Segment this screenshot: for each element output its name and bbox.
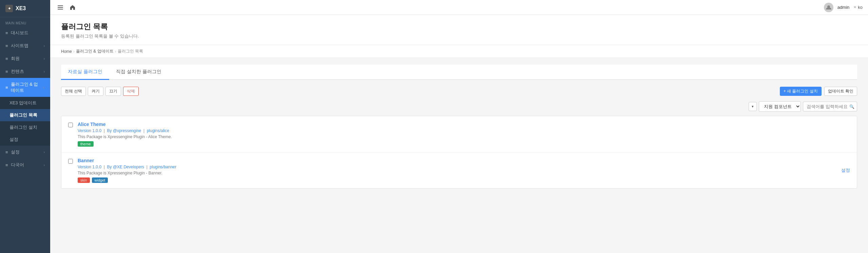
- sidebar-sub-item-settings-sub[interactable]: 설정: [0, 133, 50, 146]
- search-wrapper: 🔍: [803, 102, 857, 111]
- page-title: 플러그인 목록: [61, 22, 857, 32]
- breadcrumb: Home › 플러그인 & 업데이트 › 플러그인 목록: [50, 45, 868, 58]
- plugin-by-label-banner: By: [107, 165, 112, 169]
- plugin-author-banner[interactable]: @XE Developers: [113, 165, 144, 169]
- search-icon: 🔍: [849, 104, 854, 109]
- page-subtitle: 등록된 플러그인 목록을 볼 수 있습니다.: [61, 33, 857, 39]
- plugins-sub-menu: XE3 업데이트 플러그인 목록 플러그인 설치 설정: [0, 97, 50, 146]
- toolbar-left: 전체 선택 켜기 끄기 삭제: [61, 87, 139, 96]
- content-area: 플러그인 목록 등록된 플러그인 목록을 볼 수 있습니다. Home › 플러…: [50, 15, 868, 253]
- contents-icon: ≡: [5, 69, 8, 74]
- search-input[interactable]: [803, 102, 857, 111]
- toolbar-right: + 새 플러그인 설치 업데이트 확인: [780, 87, 857, 96]
- sidebar-item-label: 설정: [11, 149, 20, 155]
- plugin-action-banner[interactable]: 설정: [841, 167, 850, 173]
- chevron-right-icon: ›: [44, 70, 45, 73]
- app-logo-icon: ✦: [5, 5, 13, 12]
- topbar-left: [56, 3, 77, 12]
- dashboard-icon: ≡: [5, 30, 8, 36]
- plugin-tags-banner: skin widget: [78, 177, 850, 183]
- plugin-item-alice-theme: Alice Theme Version 1.0.0 | By @xpressen…: [61, 116, 857, 152]
- plugin-version-alice-theme: Version 1.0.0: [78, 128, 101, 133]
- avatar: [824, 3, 833, 12]
- tab-marketplace-label: 자료실 플러그인: [68, 69, 102, 74]
- sidebar-sub-item-plugin-list[interactable]: 플러그인 목록: [0, 109, 50, 121]
- enable-button[interactable]: 켜기: [88, 87, 103, 96]
- plugin-author-alice-theme[interactable]: @xpressengine: [113, 128, 141, 133]
- plugin-path-banner: plugins/banner: [150, 165, 177, 169]
- breadcrumb-plugins[interactable]: 플러그인 & 업데이트: [76, 48, 114, 54]
- sidebar-item-label: 사이트맵: [11, 43, 28, 49]
- plugin-item-banner: Banner Version 1.0.0 | By @XE Developers…: [61, 152, 857, 188]
- plugin-desc-alice-theme: This Package is Xpressengine Plugin - Al…: [78, 134, 850, 139]
- page-header: 플러그인 목록 등록된 플러그인 목록을 볼 수 있습니다.: [50, 15, 868, 45]
- main-menu-label: MAIN MENU: [0, 17, 50, 26]
- sidebar-item-sitemap[interactable]: ≡ 사이트맵 ›: [0, 39, 50, 52]
- plugin-tags-alice-theme: theme: [78, 141, 850, 147]
- xe3-update-label: XE3 업데이트: [9, 100, 37, 106]
- lang-x-icon[interactable]: ✕: [853, 5, 856, 9]
- sidebar-item-label: 회원: [11, 56, 20, 62]
- plugin-checkbox-banner[interactable]: [68, 159, 73, 164]
- component-type-select[interactable]: 지원 컴포넌트: [759, 101, 801, 112]
- settings-icon: ≡: [5, 150, 8, 155]
- topbar: admin ✕ ko: [50, 0, 868, 15]
- plugin-info-alice-theme: Alice Theme Version 1.0.0 | By @xpressen…: [78, 122, 850, 147]
- sidebar-item-label: 플러그인 & 업데이트: [11, 81, 40, 93]
- topbar-right: admin ✕ ko: [824, 3, 863, 12]
- sidebar-item-label: 대시보드: [11, 30, 28, 36]
- plugin-install-label: 플러그인 설치: [9, 124, 37, 130]
- plugin-list: Alice Theme Version 1.0.0 | By @xpressen…: [61, 116, 857, 189]
- svg-rect-1: [58, 7, 63, 8]
- lang-badge: ✕ ko: [853, 5, 863, 10]
- breadcrumb-sep-1: ›: [73, 49, 75, 54]
- chevron-right-icon: ›: [44, 150, 45, 154]
- plugin-desc-banner: This Package is Xpressengine Plugin - Ba…: [78, 171, 850, 175]
- plugin-list-label: 플러그인 목록: [9, 112, 37, 118]
- search-toolbar: ▾ 지원 컴포넌트 🔍: [61, 101, 857, 112]
- plugins-icon: ≡: [5, 85, 8, 90]
- sidebar-item-multilang[interactable]: ≡ 다국어 ›: [0, 159, 50, 171]
- breadcrumb-sep-2: ›: [115, 49, 116, 54]
- plugin-meta-alice-theme: Version 1.0.0 | By @xpressengine | plugi…: [78, 128, 850, 133]
- sidebar-item-dashboard[interactable]: ≡ 대시보드: [0, 26, 50, 39]
- settings-sub-label: 설정: [9, 136, 18, 143]
- tab-manual[interactable]: 직접 설치한 플러그인: [109, 65, 168, 80]
- breadcrumb-home[interactable]: Home: [61, 49, 72, 54]
- chevron-down-icon: ∨: [42, 86, 45, 89]
- sitemap-icon: ≡: [5, 43, 8, 48]
- plugin-by-label-alice: By: [107, 128, 112, 133]
- sidebar-item-label: 컨텐츠: [11, 68, 24, 75]
- chevron-right-icon: ›: [44, 57, 45, 61]
- plugin-name-alice-theme[interactable]: Alice Theme: [78, 122, 850, 127]
- tab-manual-label: 직접 설치한 플러그인: [116, 69, 161, 74]
- select-all-button[interactable]: 전체 선택: [61, 87, 86, 96]
- sidebar-item-members[interactable]: ≡ 회원 ›: [0, 52, 50, 65]
- sidebar-sub-item-xe3-update[interactable]: XE3 업데이트: [0, 97, 50, 109]
- check-update-button[interactable]: 업데이트 확인: [824, 87, 857, 96]
- plugin-info-banner: Banner Version 1.0.0 | By @XE Developers…: [78, 158, 850, 183]
- plugin-name-banner[interactable]: Banner: [78, 158, 850, 163]
- plugin-tag-theme: theme: [78, 141, 94, 147]
- plugin-checkbox-alice-theme[interactable]: [68, 123, 73, 127]
- toolbar: 전체 선택 켜기 끄기 삭제 + 새 플러그인 설치 업데이트 확인: [61, 87, 857, 96]
- svg-rect-0: [58, 5, 63, 6]
- sidebar-item-contents[interactable]: ≡ 컨텐츠 ›: [0, 65, 50, 78]
- tab-marketplace[interactable]: 자료실 플러그인: [61, 65, 109, 80]
- hamburger-button[interactable]: [56, 3, 65, 12]
- sidebar-item-plugins[interactable]: ≡ 플러그인 & 업데이트 ∨: [0, 78, 50, 97]
- main-area: admin ✕ ko 플러그인 목록 등록된 플러그인 목록을 볼 수 있습니다…: [50, 0, 868, 253]
- caret-dropdown-button[interactable]: ▾: [749, 102, 757, 111]
- add-plugin-button[interactable]: + 새 플러그인 설치: [780, 87, 822, 96]
- plugin-meta-banner: Version 1.0.0 | By @XE Developers | plug…: [78, 165, 850, 169]
- sidebar-item-settings[interactable]: ≡ 설정 ›: [0, 146, 50, 159]
- sidebar-item-label: 다국어: [11, 162, 24, 168]
- disable-button[interactable]: 끄기: [105, 87, 121, 96]
- sidebar-sub-item-plugin-install[interactable]: 플러그인 설치: [0, 121, 50, 133]
- home-button[interactable]: [68, 3, 77, 12]
- admin-name: admin: [837, 5, 849, 10]
- plugin-tag-skin: skin: [78, 177, 90, 183]
- tabs-container: 자료실 플러그인 직접 설치한 플러그인: [61, 65, 857, 80]
- delete-button[interactable]: 삭제: [123, 87, 139, 96]
- chevron-right-icon: ›: [44, 44, 45, 48]
